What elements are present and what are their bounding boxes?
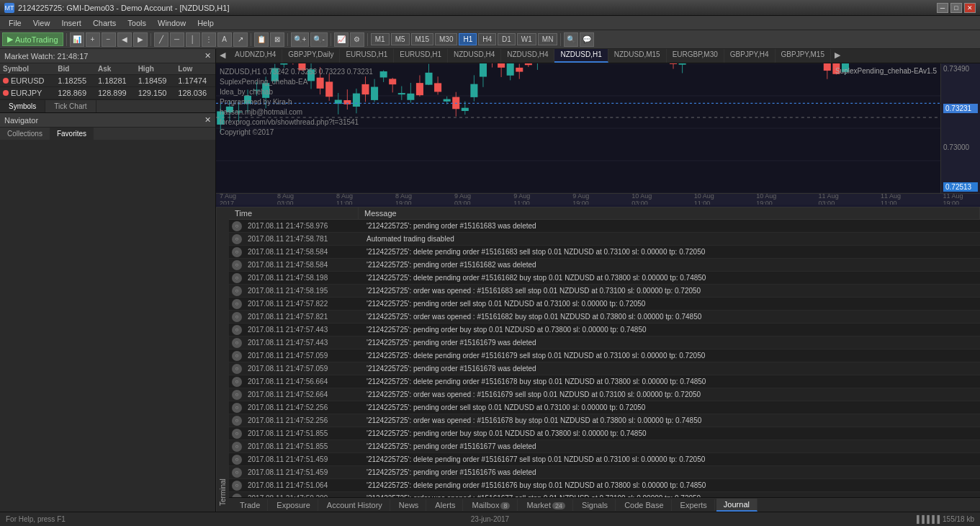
chart-tab-right[interactable]: ▶	[831, 49, 844, 63]
nav-tab-collections[interactable]: Collections	[0, 128, 50, 140]
bottom-tab-mailbox[interactable]: Mailbox8	[464, 499, 518, 511]
journal-row[interactable]: ○ 2017.08.11 21:47:57.443 '2124225725': …	[229, 336, 980, 349]
scroll-right-btn[interactable]: ▶	[133, 32, 148, 47]
bottom-tab-trade[interactable]: Trade	[233, 499, 268, 511]
chart-tab-EURUSD-H1[interactable]: EURUSD,H1	[340, 49, 394, 63]
template-btn[interactable]: 📋	[254, 32, 269, 47]
terminal-label[interactable]: Terminal	[216, 208, 229, 512]
journal-row[interactable]: ○ 2017.08.11 21:47:52.256 '2124225725': …	[229, 401, 980, 414]
tf-h4[interactable]: H4	[478, 33, 496, 45]
tf-d1[interactable]: D1	[498, 33, 516, 45]
tf-w1[interactable]: W1	[517, 33, 536, 45]
tab-symbols[interactable]: Symbols	[0, 100, 45, 112]
line-tool-btn[interactable]: ╱	[154, 32, 168, 47]
tf-m30[interactable]: M30	[435, 33, 457, 45]
chart-canvas[interactable]: 0.73490 0.73231 0.73000 0.72513 NZDUSD,H…	[216, 63, 980, 193]
chart-tab-NZDUSD-H1[interactable]: NZDUSD,H1	[554, 49, 608, 63]
tf-m15[interactable]: M15	[411, 33, 433, 45]
minimize-button[interactable]: ─	[937, 3, 948, 13]
tf-m5[interactable]: M5	[391, 33, 410, 45]
zoom-in2-btn[interactable]: 🔍+	[291, 32, 310, 47]
tab-tick-chart[interactable]: Tick Chart	[45, 100, 96, 112]
chart-tab-NZDUSD-H4[interactable]: NZDUSD,H4	[448, 49, 501, 63]
journal-table[interactable]: ○ 2017.08.11 21:47:58.976 '2124225725': …	[229, 220, 980, 497]
memory-value: 155/18 kb	[943, 515, 974, 523]
text-tool-btn[interactable]: A	[217, 32, 232, 47]
journal-row[interactable]: ○ 2017.08.11 21:47:58.584 '2124225725': …	[229, 259, 980, 272]
journal-row[interactable]: ○ 2017.08.11 21:47:50.209 '2124225725': …	[229, 492, 980, 497]
menu-tools[interactable]: Tools	[122, 17, 152, 29]
autotrading-button[interactable]: ▶ AutoTrading	[2, 32, 63, 46]
menu-view[interactable]: View	[27, 17, 56, 29]
indicator-btn[interactable]: 📈	[334, 32, 349, 47]
zoom-in-btn[interactable]: +	[86, 32, 100, 47]
bottom-tab-experts[interactable]: Experts	[673, 499, 715, 511]
menu-help[interactable]: Help	[192, 17, 220, 29]
journal-row[interactable]: ○ 2017.08.11 21:47:57.059 '2124225725': …	[229, 362, 980, 375]
navigator-header: Navigator ✕	[0, 113, 215, 128]
journal-row[interactable]: ○ 2017.08.11 21:47:57.822 '2124225725': …	[229, 298, 980, 311]
new-chart-btn[interactable]: 📊	[70, 32, 84, 47]
chart-tab-GBPJPY-M15[interactable]: GBPJPY,M15	[776, 49, 831, 63]
settings-btn[interactable]: ⚙	[350, 32, 364, 47]
chart-tab-GBPJPY-Daily[interactable]: GBPJPY,Daily	[282, 49, 340, 63]
menu-window[interactable]: Window	[152, 17, 192, 29]
bottom-tab-journal[interactable]: Journal	[716, 499, 758, 512]
chat-btn[interactable]: 💬	[580, 32, 594, 47]
nav-tab-favorites[interactable]: Favorites	[50, 128, 94, 140]
journal-row[interactable]: ○ 2017.08.11 21:47:57.821 '2124225725': …	[229, 311, 980, 324]
chart-tab-left[interactable]: ◀	[216, 49, 229, 63]
arrow-tool-btn[interactable]: ↗	[233, 32, 248, 47]
menu-file[interactable]: File	[3, 17, 27, 29]
journal-row[interactable]: ○ 2017.08.11 21:47:52.664 '2124225725': …	[229, 388, 980, 401]
bottom-tab-account-history[interactable]: Account History	[320, 499, 390, 511]
price-current: 0.73231	[943, 104, 978, 113]
chart-tab-NZDUSD-H4[interactable]: NZDUSD,H4	[501, 49, 554, 63]
journal-row[interactable]: ○ 2017.08.11 21:47:51.459 '2124225725': …	[229, 466, 980, 479]
journal-row[interactable]: ○ 2017.08.11 21:47:58.781 Automated trad…	[229, 233, 980, 246]
menu-insert[interactable]: Insert	[55, 17, 87, 29]
bottom-tab-signals[interactable]: Signals	[575, 499, 616, 511]
zoom-out2-btn[interactable]: 🔍-	[310, 32, 327, 47]
market-watch-close[interactable]: ✕	[204, 51, 211, 61]
search-btn[interactable]: 🔍	[564, 32, 578, 47]
journal-row[interactable]: ○ 2017.08.11 21:47:58.195 '2124225725': …	[229, 285, 980, 298]
bottom-tab-market[interactable]: Market24	[519, 499, 573, 511]
zoom-out-btn[interactable]: −	[102, 32, 116, 47]
market-watch-row[interactable]: EURJPY 128.869 128.899 129.150 128.036	[0, 87, 215, 99]
journal-row[interactable]: ○ 2017.08.11 21:47:58.584 '2124225725': …	[229, 246, 980, 259]
journal-row[interactable]: ○ 2017.08.11 21:47:51.064 '2124225725': …	[229, 479, 980, 492]
bottom-tab-code-base[interactable]: Code Base	[617, 499, 671, 511]
chart-tab-EURUSD-H1[interactable]: EURUSD,H1	[394, 49, 448, 63]
chart-tab-EURGBP-M30[interactable]: EURGBP,M30	[667, 49, 724, 63]
scroll-left-btn[interactable]: ◀	[117, 32, 132, 47]
journal-row[interactable]: ○ 2017.08.11 21:47:56.664 '2124225725': …	[229, 375, 980, 388]
journal-row[interactable]: ○ 2017.08.11 21:47:58.976 '2124225725': …	[229, 220, 980, 233]
tf-h1[interactable]: H1	[459, 33, 477, 45]
menu-charts[interactable]: Charts	[87, 17, 122, 29]
vline-tool-btn[interactable]: │	[186, 32, 200, 47]
journal-row[interactable]: ○ 2017.08.11 21:47:58.198 '2124225725': …	[229, 272, 980, 285]
journal-row[interactable]: ○ 2017.08.11 21:47:52.256 '2124225725': …	[229, 414, 980, 427]
journal-row[interactable]: ○ 2017.08.11 21:47:57.443 '2124225725': …	[229, 324, 980, 336]
chart-tab-GBPJPY-H4[interactable]: GBPJPY,H4	[724, 49, 776, 63]
hline-tool-btn[interactable]: ─	[170, 32, 184, 47]
bottom-tab-exposure[interactable]: Exposure	[269, 499, 318, 511]
journal-row[interactable]: ○ 2017.08.11 21:47:51.855 '2124225725': …	[229, 427, 980, 440]
tf-m1[interactable]: M1	[371, 33, 390, 45]
tf-mn[interactable]: MN	[538, 33, 558, 45]
chart-tab-NZDUSD-M15[interactable]: NZDUSD,M15	[608, 49, 667, 63]
journal-row[interactable]: ○ 2017.08.11 21:47:51.459 '2124225725': …	[229, 453, 980, 466]
close-button[interactable]: ✕	[964, 3, 976, 13]
journal-row[interactable]: ○ 2017.08.11 21:47:51.855 '2124225725': …	[229, 440, 980, 453]
period-sep-btn[interactable]: ⊠	[270, 32, 284, 47]
fib-tool-btn[interactable]: ⋮	[202, 32, 216, 47]
chart-area[interactable]: 0.73490 0.73231 0.73000 0.72513 NZDUSD,H…	[216, 63, 980, 208]
bottom-tab-news[interactable]: News	[392, 499, 427, 511]
journal-row[interactable]: ○ 2017.08.11 21:47:57.059 '2124225725': …	[229, 349, 980, 362]
maximize-button[interactable]: □	[950, 3, 962, 13]
chart-tab-AUDNZD-H4[interactable]: AUDNZD,H4	[229, 49, 282, 63]
navigator-close[interactable]: ✕	[204, 115, 211, 125]
market-watch-row[interactable]: EURUSD 1.18255 1.18281 1.18459 1.17474	[0, 75, 215, 87]
bottom-tab-alerts[interactable]: Alerts	[428, 499, 463, 511]
